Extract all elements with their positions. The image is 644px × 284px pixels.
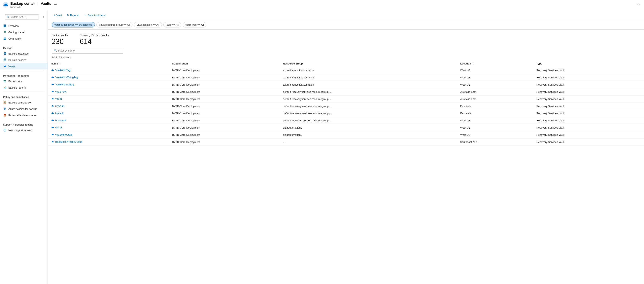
cell-name-4[interactable]: vault1 — [48, 96, 169, 103]
sidebar-label-azure-policies: Azure policies for backup — [8, 108, 37, 110]
filter-subscription[interactable]: Vault subscription == 66 selected — [52, 22, 95, 28]
datasources-icon — [3, 113, 7, 117]
sidebar-item-vaults[interactable]: Vaults — [0, 63, 48, 70]
filter-tags[interactable]: Tags == All — [164, 22, 181, 28]
close-button[interactable]: ✕ — [636, 2, 642, 8]
table-row[interactable]: vault1 BVTD-Core-Deployment default-reco… — [48, 96, 644, 103]
cell-location-4: Australia East — [457, 96, 533, 103]
cell-name-7[interactable]: test-vault — [48, 117, 169, 124]
cell-subscription-3: BVTD-Core-Deployment — [169, 88, 280, 96]
cell-subscription-1: BVTD-Core-Deployment — [169, 74, 280, 81]
cell-name-10[interactable]: BackupTenTestRSVault — [48, 139, 169, 146]
col-type: Type — [533, 61, 644, 67]
filter-location[interactable]: Vault location == All — [134, 22, 162, 28]
svg-rect-17 — [4, 88, 4, 89]
table-row[interactable]: VaultWithWrongTag BVTD-Core-Deployment a… — [48, 74, 644, 81]
vault-row-icon — [51, 140, 54, 143]
cell-type-7: Recovery Services Vault — [533, 117, 644, 124]
refresh-icon: ↻ — [67, 14, 69, 17]
sidebar-item-backup-policies[interactable]: Backup policies — [0, 57, 48, 63]
cell-type-9: Recovery Services Vault — [533, 131, 644, 139]
svg-rect-2 — [5, 25, 6, 26]
support-icon — [3, 128, 7, 132]
overview-icon — [3, 24, 7, 28]
cell-location-0: West US — [457, 67, 533, 74]
cell-resource-group-9: diagautomation2 — [280, 131, 457, 139]
cell-name-2[interactable]: VaultWithoutTag — [48, 81, 169, 88]
sidebar-label-protectable-datasources: Protectable datasources — [8, 114, 36, 117]
cell-name-6[interactable]: tryvault — [48, 110, 169, 117]
sidebar-label-community: Community — [8, 37, 22, 40]
table-row[interactable]: VaultWithTag BVTD-Core-Deployment azured… — [48, 67, 644, 74]
cell-name-8[interactable]: vault1 — [48, 124, 169, 131]
filter-vault-type[interactable]: Vault type == All — [183, 22, 206, 28]
sidebar-item-new-support[interactable]: New support request — [0, 127, 48, 133]
select-columns-button[interactable]: → Select columns — [82, 12, 107, 18]
section-manage: Manage — [0, 44, 48, 50]
sidebar-item-protectable-datasources[interactable]: Protectable datasources — [0, 112, 48, 118]
table-wrapper[interactable]: Name ↑↓ Subscription Resource group Loca… — [48, 61, 644, 284]
svg-rect-3 — [4, 26, 5, 27]
table-row[interactable]: myvault BVTD-Core-Deployment default-rec… — [48, 103, 644, 110]
search-input[interactable] — [11, 16, 37, 18]
sidebar-item-backup-instances[interactable]: Backup instances — [0, 50, 48, 57]
table-row[interactable]: VaultWithoutTag BVTD-Core-Deployment azu… — [48, 81, 644, 88]
collapse-button[interactable]: « — [42, 14, 45, 19]
azure-policy-icon: P — [3, 107, 7, 111]
cell-subscription-7: BVTD-Core-Deployment — [169, 117, 280, 124]
col-name[interactable]: Name ↑↓ — [48, 61, 169, 67]
filter-resource-group[interactable]: Vault resource group == All — [96, 22, 132, 28]
cell-name-1[interactable]: VaultWithWrongTag — [48, 74, 169, 81]
sort-location-icon[interactable]: ↑↓ — [472, 63, 474, 65]
svg-rect-11 — [4, 59, 6, 61]
table-row[interactable]: vaultwithouttag BVTD-Core-Deployment dia… — [48, 131, 644, 139]
vault-button[interactable]: + Vault — [52, 12, 64, 18]
vault-row-icon — [51, 97, 54, 100]
vault-row-icon — [51, 76, 54, 79]
sidebar-item-community[interactable]: Community — [0, 36, 48, 42]
filter-name-input[interactable] — [58, 49, 121, 52]
svg-text:P: P — [4, 107, 6, 110]
table-row[interactable]: test-vault BVTD-Core-Deployment default-… — [48, 117, 644, 124]
title-bar: Backup center | Vaults ... Microsoft ✕ — [0, 0, 644, 10]
sidebar-item-backup-reports[interactable]: Backup reports — [0, 84, 48, 91]
table-row[interactable]: BackupTenTestRSVault BVTD-Core-Deploymen… — [48, 139, 644, 146]
table-row[interactable]: vault1 BVTD-Core-Deployment diagautomati… — [48, 124, 644, 131]
vaults-table: Name ↑↓ Subscription Resource group Loca… — [48, 61, 644, 146]
table-row[interactable]: vault-new BVTD-Core-Deployment default-r… — [48, 88, 644, 96]
filter-search[interactable]: 🔍 — [52, 48, 123, 54]
sidebar-divider-support — [3, 120, 44, 120]
sidebar-item-getting-started[interactable]: Getting started — [0, 29, 48, 36]
cell-subscription-6: BVTD-Core-Deployment — [169, 110, 280, 117]
table-row[interactable]: tryvault BVTD-Core-Deployment default-re… — [48, 110, 644, 117]
cell-subscription-10: BVTD-Core-Deployment — [169, 139, 280, 146]
svg-rect-15 — [4, 81, 6, 81]
cell-resource-group-5: default-recoveryservices-resourcegroup-.… — [280, 103, 457, 110]
more-options-icon[interactable]: ... — [53, 2, 58, 6]
sidebar-item-overview[interactable]: Overview — [0, 23, 48, 29]
sidebar-item-azure-policies[interactable]: P Azure policies for backup — [0, 106, 48, 112]
sidebar-search[interactable]: 🔍 — [5, 14, 39, 20]
cell-subscription-8: BVTD-Core-Deployment — [169, 124, 280, 131]
cell-location-1: West US — [457, 74, 533, 81]
arrow-icon: → — [84, 14, 87, 17]
sidebar-label-overview: Overview — [8, 25, 19, 28]
stats-section: Backup vaults 230 Recovery Services vaul… — [48, 30, 644, 48]
col-subscription: Subscription — [169, 61, 280, 67]
cell-name-0[interactable]: VaultWithTag — [48, 67, 169, 74]
cell-name-5[interactable]: myvault — [48, 103, 169, 110]
cell-subscription-2: BVTD-Core-Deployment — [169, 81, 280, 88]
sidebar-item-backup-jobs[interactable]: Backup jobs — [0, 78, 48, 84]
col-resource-group: Resource group — [280, 61, 457, 67]
instances-icon — [3, 52, 7, 55]
sort-name-icon[interactable]: ↑↓ — [60, 63, 61, 65]
cell-name-9[interactable]: vaultwithouttag — [48, 131, 169, 139]
cell-name-3[interactable]: vault-new — [48, 88, 169, 96]
vault-icon — [3, 65, 7, 68]
sidebar-item-backup-compliance[interactable]: Backup compliance — [0, 99, 48, 106]
items-count: 1-15 of 844 items — [48, 56, 644, 61]
search-icon: 🔍 — [54, 49, 57, 52]
cell-type-5: Recovery Services Vault — [533, 103, 644, 110]
col-location[interactable]: Location ↑↓ — [457, 61, 533, 67]
refresh-button[interactable]: ↻ Refresh — [65, 12, 81, 18]
